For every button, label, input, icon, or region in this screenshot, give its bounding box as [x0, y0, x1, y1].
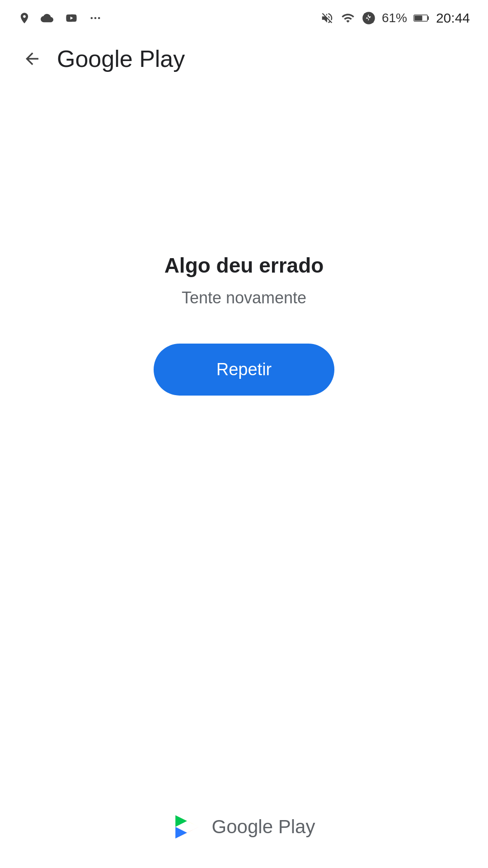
svg-point-0	[91, 17, 93, 19]
battery-percent: 61%	[382, 11, 407, 25]
status-time: 20:44	[436, 10, 470, 26]
main-content: Algo deu errado Tente novamente Repetir	[0, 81, 488, 868]
page-wrapper: 61% 20:44 Google Play Algo deu errado Te…	[0, 0, 488, 868]
mute-icon	[320, 11, 334, 25]
svg-rect-6	[414, 16, 422, 21]
back-button[interactable]	[16, 43, 48, 75]
status-bar: 61% 20:44	[0, 0, 488, 36]
retry-button[interactable]: Repetir	[154, 344, 334, 396]
back-arrow-icon	[23, 49, 42, 68]
error-subtitle: Tente novamente	[182, 288, 306, 307]
top-bar: Google Play	[0, 36, 488, 81]
more-dots-icon	[88, 12, 103, 24]
footer-logo-text: Google Play	[212, 816, 315, 838]
youtube-icon	[63, 12, 80, 24]
status-bar-left	[18, 11, 103, 25]
svg-point-2	[98, 17, 100, 19]
svg-point-1	[94, 17, 97, 19]
location-icon	[18, 11, 31, 25]
google-play-logo-icon	[173, 813, 201, 841]
no-signal-icon	[362, 11, 375, 25]
wifi-icon	[340, 11, 356, 25]
footer: Google Play	[0, 813, 488, 841]
cloud-icon	[39, 12, 55, 24]
status-bar-right: 61% 20:44	[320, 10, 470, 26]
battery-icon	[413, 13, 430, 24]
svg-rect-7	[427, 16, 429, 20]
page-title: Google Play	[57, 45, 185, 72]
error-title: Algo deu errado	[164, 253, 324, 278]
